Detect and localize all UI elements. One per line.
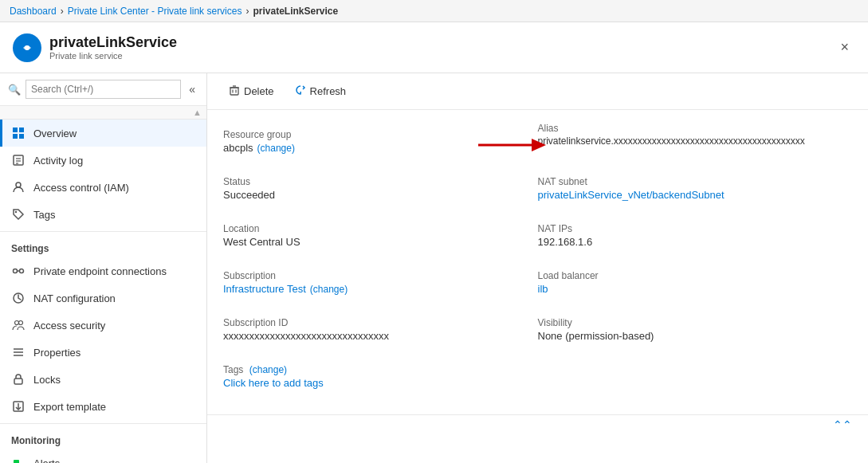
monitoring-section-label: Monitoring <box>0 427 206 449</box>
load-balancer-label: Load balancer <box>538 270 840 281</box>
refresh-button[interactable]: Refresh <box>286 80 355 103</box>
status-label: Status <box>223 176 525 187</box>
visibility-value: None (permission-based) <box>538 330 840 342</box>
sidebar-item-private-endpoint-connections[interactable]: Private endpoint connections <box>0 257 206 284</box>
sidebar-item-label: Activity log <box>33 155 83 167</box>
location-value: West Central US <box>223 236 525 248</box>
search-box: 🔍 « <box>0 73 206 106</box>
tags-change-link[interactable]: (change) <box>249 364 287 375</box>
sidebar-item-access-control[interactable]: Access control (IAM) <box>0 174 206 201</box>
sidebar-item-export-template[interactable]: Export template <box>0 393 206 420</box>
activity-log-icon <box>11 153 26 167</box>
location-label: Location <box>223 223 525 234</box>
nat-subnet-value[interactable]: privateLinkService_vNet/backendSubnet <box>538 189 725 201</box>
access-control-icon <box>11 180 26 194</box>
resource-group-change-link[interactable]: (change) <box>257 143 295 154</box>
scroll-up-indicator[interactable]: ▲ <box>193 108 202 117</box>
arrow-annotation <box>474 134 546 159</box>
svg-rect-3 <box>19 128 24 132</box>
breadcrumb-current: privateLinkService <box>253 6 338 17</box>
nat-ips-value: 192.168.1.6 <box>538 236 840 248</box>
svg-rect-2 <box>13 128 18 132</box>
refresh-label: Refresh <box>310 85 347 97</box>
svg-rect-21 <box>14 379 22 384</box>
alerts-icon <box>11 456 26 463</box>
subscription-id-label: Subscription ID <box>223 317 525 328</box>
tags-item: Tags (change) Click here to add tags <box>223 358 852 395</box>
svg-rect-24 <box>14 460 19 463</box>
refresh-icon <box>295 84 306 98</box>
sidebar-item-access-security[interactable]: Access security <box>0 312 206 339</box>
nat-subnet-label: NAT subnet <box>538 176 840 187</box>
search-input[interactable] <box>26 80 181 99</box>
status-item: Status Succeeded <box>223 170 538 207</box>
breadcrumb-dashboard[interactable]: Dashboard <box>10 6 57 17</box>
nat-subnet-item: NAT subnet privateLinkService_vNet/backe… <box>538 170 853 207</box>
tags-icon <box>11 207 26 222</box>
tags-add-link[interactable]: Click here to add tags <box>223 377 324 389</box>
sidebar-item-nat-configuration[interactable]: NAT configuration <box>0 284 206 312</box>
access-security-icon <box>11 318 26 332</box>
sidebar-item-properties[interactable]: Properties <box>0 339 206 366</box>
resource-header: privateLinkService Private link service … <box>0 22 868 73</box>
private-endpoint-icon <box>11 264 26 278</box>
svg-point-16 <box>15 321 19 325</box>
delete-icon <box>229 84 240 98</box>
sidebar-item-label: Access control (IAM) <box>33 182 129 194</box>
sidebar-item-label: NAT configuration <box>33 292 116 304</box>
settings-section-label: Settings <box>0 235 206 257</box>
export-template-icon <box>11 399 26 414</box>
delete-button[interactable]: Delete <box>220 80 283 103</box>
svg-point-10 <box>16 182 21 187</box>
svg-rect-4 <box>13 134 18 139</box>
subscription-label: Subscription <box>223 270 525 281</box>
breadcrumb: Dashboard › Private Link Center - Privat… <box>0 0 868 22</box>
sidebar-item-label: Properties <box>33 347 81 359</box>
close-button[interactable]: × <box>834 36 855 59</box>
load-balancer-item: Load balancer ilb <box>538 264 853 301</box>
svg-point-12 <box>14 269 18 273</box>
sidebar-item-alerts[interactable]: Alerts <box>0 449 206 463</box>
subscription-value[interactable]: Infrastructure Test <box>223 283 306 295</box>
subscription-change-link[interactable]: (change) <box>310 284 348 295</box>
svg-marker-32 <box>532 139 546 151</box>
nat-config-icon <box>11 291 26 305</box>
status-value: Succeeded <box>223 189 525 201</box>
overview-icon <box>11 126 26 140</box>
svg-point-1 <box>25 45 29 50</box>
svg-point-17 <box>19 321 23 325</box>
resource-subtitle: Private link service <box>49 51 177 61</box>
toolbar: Delete Refresh <box>207 73 868 110</box>
subscription-id-item: Subscription ID xxxxxxxxxxxxxxxxxxxxxxxx… <box>223 311 538 348</box>
sidebar-item-activity-log[interactable]: Activity log <box>0 147 206 174</box>
svg-point-11 <box>15 211 17 213</box>
resource-title: privateLinkService <box>49 34 177 51</box>
nat-ips-label: NAT IPs <box>538 223 840 234</box>
sidebar-item-overview[interactable]: Overview <box>0 120 206 147</box>
subscription-id-value: xxxxxxxxxxxxxxxxxxxxxxxxxxxxxxxx <box>223 330 525 342</box>
svg-point-13 <box>20 269 24 273</box>
subscription-item: Subscription Infrastructure Test (change… <box>223 264 538 301</box>
collapse-chevron-icon[interactable]: ⌃⌃ <box>833 418 852 431</box>
visibility-item: Visibility None (permission-based) <box>538 311 853 348</box>
alias-item: Alias privatelinkservice.xxxxxxxxxxxxxxx… <box>538 123 853 147</box>
svg-rect-5 <box>19 134 24 139</box>
alias-value: privatelinkservice.xxxxxxxxxxxxxxxxxxxxx… <box>538 135 853 147</box>
alias-label: Alias <box>538 123 853 134</box>
delete-label: Delete <box>244 85 274 97</box>
sidebar: 🔍 « ▲ <box>0 73 207 463</box>
sidebar-item-label: Alerts <box>33 457 60 464</box>
resource-group-value: abcpls <box>223 142 253 154</box>
breadcrumb-private-link[interactable]: Private Link Center - Private link servi… <box>68 6 242 17</box>
locks-icon <box>11 372 26 386</box>
visibility-label: Visibility <box>538 317 840 328</box>
load-balancer-value[interactable]: ilb <box>538 283 548 295</box>
properties-icon <box>11 345 26 359</box>
collapse-sidebar-button[interactable]: « <box>186 81 198 97</box>
tags-label: Tags (change) <box>223 364 839 375</box>
sidebar-item-locks[interactable]: Locks <box>0 366 206 393</box>
search-icon: 🔍 <box>8 84 21 96</box>
sidebar-item-tags[interactable]: Tags <box>0 201 206 228</box>
collapse-section: ⌃⌃ <box>207 414 868 434</box>
sidebar-item-label: Access security <box>33 320 105 332</box>
